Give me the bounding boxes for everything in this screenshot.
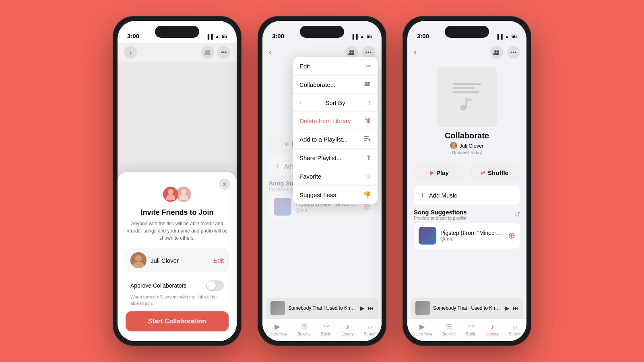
tab-browse-label-3: Browse [442, 332, 456, 336]
share-icon: ⬆ [366, 154, 371, 162]
status-icons-2: ▐▐ ▲ 66 [351, 34, 372, 39]
menu-edit-label: Edit [299, 63, 310, 70]
phone-3: 3:00 ▐▐ ▲ 66 ‹ ··· [402, 16, 531, 346]
tab-search-2[interactable]: ⌕ Search [364, 323, 377, 336]
edit-link[interactable]: Edit [213, 257, 224, 264]
menu-favorite-label: Favorite [299, 173, 321, 180]
action-btns-3: ▶ Play ⇄ Shuffle [407, 160, 526, 186]
tab-library-label-3: Library [486, 332, 499, 336]
tab-library-icon-3: ♪ [491, 323, 494, 331]
menu-item-edit[interactable]: Edit ✏ [293, 57, 378, 76]
back-button[interactable]: ‹ [124, 46, 137, 59]
sort-arrow: › [299, 100, 301, 105]
wifi-icon: ▲ [215, 34, 220, 39]
wifi-icon-2: ▲ [360, 34, 365, 39]
song-artist-3-1: Qumu [440, 236, 504, 242]
song-art-1 [274, 198, 291, 216]
collab-meta: Juli Clover [450, 142, 484, 149]
song-info-3-1: Pigstep (From "Minecraft") Qumu [440, 230, 504, 242]
menu-item-add-playlist[interactable]: Add to a Playlist... [293, 130, 378, 149]
favorite-icon: ☆ [365, 173, 371, 180]
tab-listen-now-3[interactable]: ▶ Listen Now [412, 322, 432, 336]
svg-point-21 [497, 50, 499, 53]
tab-listen-label-3: Listen Now [412, 332, 432, 336]
menu-item-collaborate[interactable]: Collaborate... [293, 76, 378, 94]
svg-point-14 [367, 82, 370, 84]
menu-item-delete[interactable]: Delete from Library 🗑 [293, 112, 378, 130]
menu-item-suggest-less[interactable]: Suggest Less 👎 [293, 186, 378, 204]
now-playing-bar-2[interactable]: Somebody That I Used to Know ( ▶ ⏭ [266, 298, 378, 319]
menu-sortby-label: Sort By [325, 99, 345, 106]
play-control-3[interactable]: ▶ [505, 305, 510, 311]
collab-nav-btn-3[interactable] [490, 46, 503, 59]
modal-title: Invite Friends to Join [126, 208, 229, 217]
person-icons [163, 183, 191, 204]
menu-delete-label: Delete from Library [299, 117, 351, 124]
tab-radio-icon: 〰 [322, 323, 330, 331]
more-nav-btn-3[interactable]: ··· [507, 46, 520, 59]
tab-radio-2[interactable]: 〰 Radio [321, 323, 331, 336]
menu-item-share[interactable]: Share Playlist... ⬆ [293, 149, 378, 167]
svg-rect-24 [467, 99, 473, 101]
shuffle-btn-3[interactable]: ⇄ Shuffle [469, 165, 520, 181]
more-icon-btn[interactable]: ••• [217, 46, 230, 59]
np-title-2: Somebody That I Used to Know ( [288, 305, 357, 311]
delete-icon: 🗑 [365, 117, 371, 124]
sortby-icon: ↕ [368, 99, 371, 106]
tab-search-icon: ⌕ [368, 323, 372, 331]
menu-item-favorite[interactable]: Favorite ☆ [293, 167, 378, 186]
collab-art [437, 67, 497, 127]
song-artist-1: Qumu [295, 207, 359, 213]
start-collaboration-btn[interactable]: Start Collaboration [126, 311, 229, 331]
tab-browse-label: Browse [297, 332, 311, 336]
addplaylist-icon [364, 135, 371, 143]
shuffle-label-3: Shuffle [488, 169, 508, 176]
signal-icon: ▐▐ [206, 34, 213, 39]
add-plus-2: + [275, 162, 280, 171]
tab-browse-3[interactable]: ⊞ Browse [442, 322, 456, 336]
suggestions-title-group-3: Song Suggestions Preview and add to play… [414, 209, 467, 220]
add-music-row-3[interactable]: + Add Music [414, 186, 520, 205]
suggestions-sub-3: Preview and add to playlist [414, 216, 467, 220]
tab-bar-2: ▶ Listen Now ⊞ Browse 〰 Radio ♪ Library … [262, 319, 382, 341]
phone-2-screen: 3:00 ▐▐ ▲ 66 ‹ ··· [262, 21, 382, 341]
menu-addplaylist-label: Add to a Playlist... [299, 136, 348, 143]
tab-library-2[interactable]: ♪ Library [341, 323, 354, 336]
tab-search-3[interactable]: ⌕ Search [509, 323, 522, 336]
suggestless-icon: 👎 [363, 191, 371, 199]
person-icon-front [163, 187, 178, 202]
tab-browse-2[interactable]: ⊞ Browse [297, 322, 311, 336]
status-icons-1: ▐▐ ▲ 66 [206, 34, 227, 39]
tab-bar-3: ▶ Listen Now ⊞ Browse 〰 Radio ♪ Library … [407, 319, 526, 341]
now-playing-bar-3[interactable]: Somebody That I Used to Know ( ▶ ⏭ [411, 298, 523, 319]
refresh-icon-3[interactable]: ↺ [515, 211, 520, 218]
play-btn-3[interactable]: ▶ Play [414, 165, 465, 181]
menu-item-sortby[interactable]: › Sort By ↕ [293, 94, 378, 112]
wifi-icon-3: ▲ [505, 34, 510, 39]
collab-title: Collaborate [445, 131, 489, 140]
tab-library-3[interactable]: ♪ Library [486, 323, 499, 336]
suggestions-3: Song Suggestions Preview and add to play… [407, 209, 526, 249]
nav-header-3: ‹ ··· [407, 43, 526, 62]
menu-collaborate-label: Collaborate... [299, 81, 335, 88]
dynamic-island-1 [155, 26, 199, 38]
collab-icon-btn[interactable] [201, 46, 214, 59]
skip-control-3[interactable]: ⏭ [513, 305, 518, 311]
svg-rect-23 [465, 98, 467, 108]
phone-2: 3:00 ▐▐ ▲ 66 ‹ ··· [258, 16, 386, 346]
np-art-2 [270, 301, 285, 315]
svg-point-8 [349, 50, 352, 53]
play-control-2[interactable]: ▶ [360, 305, 365, 311]
back-btn-3[interactable]: ‹ [414, 47, 417, 58]
tab-listen-now-2[interactable]: ▶ Listen Now [267, 322, 287, 336]
back-btn-2[interactable]: ‹ [269, 47, 272, 58]
play-icon-3: ▶ [430, 170, 434, 176]
signal-icon-2: ▐▐ [351, 34, 358, 39]
add-song-btn-3-1[interactable]: ⊕ [508, 230, 515, 241]
approve-toggle[interactable] [206, 280, 224, 291]
skip-control-2[interactable]: ⏭ [368, 305, 374, 311]
collaborate-icon [364, 81, 371, 88]
collab-user-name: Juli Clover [459, 143, 484, 149]
tab-radio-3[interactable]: 〰 Radio [466, 323, 476, 336]
add-music-label-3: Add Music [429, 192, 457, 199]
